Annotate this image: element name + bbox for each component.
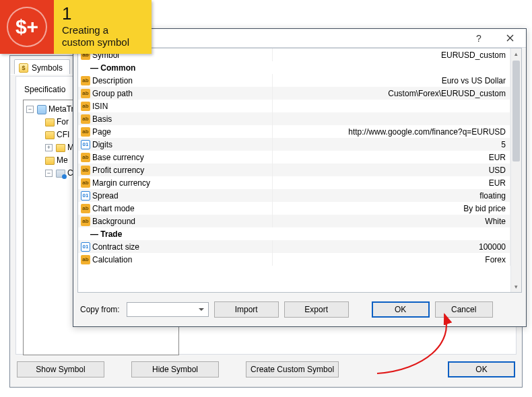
badge-number: 1 [62,3,143,24]
create-custom-symbol-button[interactable]: Create Custom Symbol [246,361,339,377]
property-row[interactable]: Contract size100000 [78,240,510,253]
property-row[interactable]: Margin currencyEUR [78,176,510,189]
property-row[interactable]: Pagehttp://www.google.com/finance?q=EURU… [78,125,510,138]
property-value[interactable]: 5 [273,138,510,151]
text-field-icon [81,153,90,162]
property-label: Group path [92,89,133,98]
property-row[interactable]: CalculationForex [78,253,510,266]
tab-label: Symbols [32,63,63,73]
outer-button-bar: Show Symbol Hide Symbol Create Custom Sy… [17,361,515,380]
expand-icon[interactable]: + [45,144,53,151]
close-button[interactable] [495,30,525,47]
text-field-icon [81,255,90,264]
property-label: ISIN [92,102,108,111]
collapse-icon[interactable]: − [45,170,53,177]
property-row[interactable]: Chart modeBy bid price [78,202,510,215]
numeric-field-icon [81,140,90,149]
import-button[interactable]: Import [214,301,279,318]
property-row[interactable]: Base currencyEUR [78,151,510,164]
dialog-ok-button[interactable]: OK [372,301,430,318]
property-label: Page [92,127,111,137]
property-label: Description [92,76,133,85]
text-field-icon [81,217,90,226]
badge-icon-box: $+ [0,0,54,54]
text-field-icon [81,166,90,175]
badge-caption: Creating a custom symbol [62,24,143,48]
property-value[interactable]: floating [273,189,510,202]
folder-icon [56,144,65,152]
property-value[interactable]: http://www.google.com/finance?q=EURUSD [273,125,510,138]
property-label: Digits [92,140,112,149]
property-value[interactable]: Euro vs US Dollar [273,74,510,87]
tutorial-step-badge: $+ 1 Creating a custom symbol [0,0,152,54]
property-row[interactable]: Profit currencyUSD [78,164,510,176]
close-icon [506,34,514,42]
symbols-tab-icon [19,63,28,73]
property-group-header: Common [78,61,510,74]
property-value[interactable]: Custom\Forex\EURUSD_custom [273,87,510,100]
property-value[interactable]: EURUSD_custom [273,48,510,61]
property-table: SymbolEURUSD_customCommonDescriptionEuro… [78,48,510,266]
property-label: Margin currency [92,178,150,188]
text-field-icon [81,127,90,137]
property-row[interactable]: Digits5 [78,138,510,151]
text-field-icon [81,114,90,124]
numeric-field-icon [81,242,90,252]
copy-from-combo[interactable] [127,302,209,317]
property-value[interactable]: Forex [273,253,510,266]
custom-folder-icon [56,170,65,178]
property-label: Contract size [92,242,139,252]
text-field-icon [81,178,90,188]
export-button[interactable]: Export [284,301,349,318]
collapse-icon[interactable]: − [26,106,34,113]
property-label: Spread [92,191,119,201]
scrollbar-thumb[interactable] [512,61,520,161]
dialog-button-bar: Copy from: Import Export OK Cancel [80,301,519,318]
property-row[interactable]: Group pathCustom\Forex\EURUSD_custom [78,87,510,100]
property-grid[interactable]: SymbolEURUSD_customCommonDescriptionEuro… [77,48,522,293]
property-label: Chart mode [92,204,135,213]
property-value[interactable]: By bid price [273,202,510,215]
scroll-up-icon[interactable]: ▴ [511,48,521,59]
folder-icon [45,131,55,139]
vertical-scrollbar[interactable]: ▴ ▾ [510,48,521,292]
tab-symbols[interactable]: Symbols [14,59,70,74]
property-label: Profit currency [92,166,144,175]
text-field-icon [81,76,90,85]
property-value[interactable] [273,112,510,125]
property-value[interactable]: 100000 [273,240,510,253]
hide-symbol-button[interactable]: Hide Symbol [131,361,219,377]
badge-text: 1 Creating a custom symbol [54,0,152,54]
property-label: Background [92,217,135,226]
show-symbol-button[interactable]: Show Symbol [17,361,104,377]
property-value[interactable]: EUR [273,176,510,189]
property-row[interactable]: Basis [78,112,510,125]
property-value[interactable]: EUR [273,151,510,164]
property-group-header: Trade [78,227,510,240]
property-row[interactable]: DescriptionEuro vs US Dollar [78,74,510,87]
help-button[interactable]: ? [464,30,494,47]
property-value[interactable] [273,100,510,112]
numeric-field-icon [81,191,90,201]
folder-icon [45,157,55,165]
folder-icon [45,118,55,127]
outer-ok-button[interactable]: OK [448,361,515,377]
custom-symbol-dialog: ? SymbolEURUSD_customCommonDescriptionEu… [73,28,527,327]
text-field-icon [81,102,90,111]
property-label: Base currency [92,153,144,162]
property-row[interactable]: Spreadfloating [78,189,510,202]
folder-icon [37,105,46,114]
property-label: Basis [92,114,112,124]
property-row[interactable]: ISIN [78,100,510,112]
text-field-icon [81,204,90,213]
text-field-icon [81,89,90,98]
property-value[interactable]: USD [273,164,510,176]
scroll-down-icon[interactable]: ▾ [511,281,521,292]
property-label: Calculation [92,255,132,264]
dollar-plus-icon: $+ [7,7,47,47]
property-value[interactable]: White [273,215,510,227]
copy-from-label: Copy from: [80,305,120,314]
property-row[interactable]: BackgroundWhite [78,215,510,227]
dialog-cancel-button[interactable]: Cancel [435,301,493,318]
